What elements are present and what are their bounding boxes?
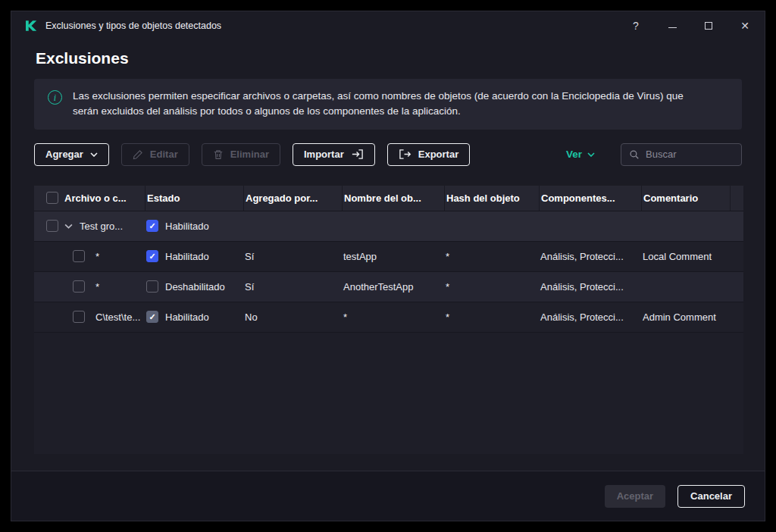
window-title: Exclusiones y tipos de objetos detectado… [45, 20, 221, 31]
collapse-chevron-icon[interactable] [64, 224, 73, 229]
chevron-down-icon [587, 152, 595, 157]
estado-label: Habilitado [165, 221, 209, 232]
nombre-value: testApp [342, 251, 444, 262]
header-archivo[interactable]: Archivo o c... [63, 186, 145, 211]
minimize-icon [668, 27, 677, 28]
table-empty-area [34, 332, 743, 454]
table-header: Archivo o c... Estado Agregado por... No… [34, 186, 743, 211]
search-input[interactable] [646, 149, 734, 160]
cancel-button[interactable]: Cancelar [677, 485, 745, 508]
comentario-value: Admin Comment [641, 311, 730, 323]
archivo-value: * [95, 281, 99, 293]
edit-button[interactable]: Editar [121, 143, 189, 166]
dialog-footer: Aceptar Cancelar [11, 471, 765, 521]
estado-label: Deshabilitado [165, 281, 225, 293]
componentes-value: Análisis, Protecci... [539, 281, 641, 293]
header-componentes[interactable]: Componentes... [539, 186, 641, 211]
agregado-value: Sí [243, 251, 342, 262]
delete-button[interactable]: Eliminar [202, 143, 280, 166]
header-nombre[interactable]: Nombre del ob... [342, 186, 444, 211]
nombre-value: AnotherTestApp [342, 281, 444, 293]
estado-checkbox[interactable] [146, 220, 158, 232]
componentes-value: Análisis, Protecci... [539, 251, 641, 262]
info-icon: i [48, 90, 62, 105]
estado-checkbox[interactable] [146, 280, 158, 293]
comentario-value: Local Comment [641, 251, 730, 262]
import-icon [351, 148, 364, 161]
componentes-value: Análisis, Protecci... [539, 311, 641, 323]
header-hash[interactable]: Hash del objeto [444, 186, 539, 211]
archivo-value: * [95, 251, 99, 262]
header-agregado[interactable]: Agregado por... [243, 186, 342, 211]
window-controls: ? ✕ [625, 15, 756, 36]
app-window: Exclusiones y tipos de objetos detectado… [11, 11, 765, 521]
info-text: Las exclusiones permiten especificar arc… [73, 89, 712, 120]
add-button[interactable]: Agregar [34, 143, 109, 166]
export-button[interactable]: Exportar [387, 143, 470, 166]
archivo-value: C\test\te... [95, 311, 140, 323]
page-title: Exclusiones [36, 49, 765, 67]
trash-icon [213, 149, 224, 160]
exclusion-row[interactable]: * Habilitado Sí testApp * Análisis, Prot… [34, 241, 743, 271]
search-icon [629, 149, 640, 160]
chevron-down-icon [90, 152, 98, 157]
view-menu[interactable]: Ver [566, 149, 595, 160]
header-estado[interactable]: Estado [145, 186, 243, 211]
accept-button[interactable]: Aceptar [605, 485, 665, 508]
agregado-value: Sí [243, 281, 342, 293]
title-bar: Exclusiones y tipos de objetos detectado… [11, 11, 765, 40]
header-select-cell [34, 186, 63, 211]
hash-value: * [444, 251, 539, 262]
info-banner: i Las exclusiones permiten especificar a… [34, 79, 742, 130]
maximize-button[interactable] [698, 15, 719, 36]
select-all-checkbox[interactable] [46, 192, 58, 204]
row-checkbox[interactable] [73, 280, 85, 293]
row-checkbox[interactable] [73, 311, 85, 323]
search-box [621, 143, 742, 166]
row-checkbox[interactable] [73, 250, 85, 262]
estado-label: Habilitado [165, 251, 209, 262]
hash-value: * [444, 281, 539, 293]
group-name: Test gro... [80, 221, 123, 232]
hash-value: * [444, 311, 539, 323]
toolbar: Agregar Editar Eliminar Importar Exporta… [34, 143, 742, 166]
exclusions-table: Archivo o c... Estado Agregado por... No… [34, 186, 743, 454]
close-button[interactable]: ✕ [734, 15, 756, 36]
import-button[interactable]: Importar [293, 143, 375, 166]
header-tail [730, 186, 743, 211]
help-button[interactable]: ? [625, 15, 646, 36]
estado-checkbox[interactable] [146, 250, 158, 262]
estado-label: Habilitado [165, 311, 209, 323]
agregado-value: No [243, 311, 342, 323]
row-checkbox[interactable] [46, 220, 58, 232]
export-icon [399, 148, 411, 161]
header-comentario[interactable]: Comentario [641, 186, 730, 211]
kaspersky-logo-icon [23, 19, 37, 33]
exclusion-group-row[interactable]: Test gro... Habilitado [34, 211, 743, 241]
exclusion-row[interactable]: C\test\te... Habilitado No * * Análisis,… [34, 302, 743, 332]
nombre-value: * [342, 311, 444, 323]
pencil-icon [133, 149, 143, 160]
exclusion-row[interactable]: * Deshabilitado Sí AnotherTestApp * Anál… [34, 271, 743, 302]
estado-checkbox[interactable] [146, 311, 158, 323]
maximize-icon [705, 22, 712, 30]
minimize-button[interactable] [662, 15, 683, 36]
